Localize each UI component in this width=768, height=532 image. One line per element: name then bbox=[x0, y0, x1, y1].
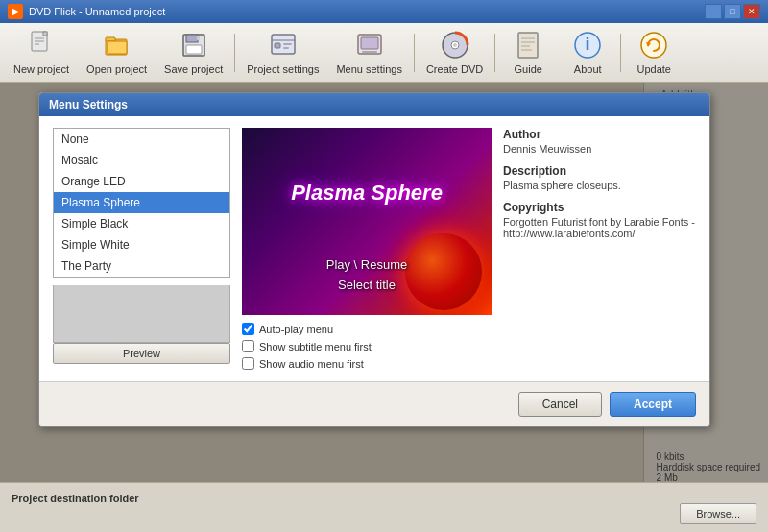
update-icon bbox=[638, 30, 669, 60]
minimize-button[interactable]: ─ bbox=[705, 4, 722, 19]
preview-checkboxes: Auto-play menu Show subtitle menu first … bbox=[242, 323, 492, 370]
svg-rect-9 bbox=[186, 35, 198, 42]
toolbar-update[interactable]: Update bbox=[625, 26, 683, 79]
preview-button[interactable]: Preview bbox=[53, 343, 230, 364]
svg-point-22 bbox=[453, 43, 457, 47]
subtitle-first-label: Show subtitle menu first bbox=[259, 341, 372, 352]
preview-title: Plasma Sphere bbox=[291, 181, 443, 206]
copyrights-value: Forgotten Futurist font by Larabie Fonts… bbox=[503, 216, 696, 239]
toolbar-create-dvd[interactable]: Create DVD bbox=[419, 26, 491, 79]
auto-play-checkbox[interactable] bbox=[242, 323, 254, 335]
new-project-label: New project bbox=[13, 63, 69, 75]
description-label: Description bbox=[503, 164, 696, 178]
menu-item-mosaic[interactable]: Mosaic bbox=[54, 150, 229, 171]
dialog-body: None Mosaic Orange LED Plasma Sphere Sim… bbox=[39, 116, 709, 381]
toolbar-save-project[interactable]: Save project bbox=[156, 26, 230, 79]
auto-play-label: Auto-play menu bbox=[259, 324, 333, 335]
toolbar-new-project[interactable]: New project bbox=[6, 26, 77, 79]
title-bar-controls: ─ □ ✕ bbox=[705, 4, 760, 19]
dialog-overlay: Menu Settings None Mosaic Orange LED Pla… bbox=[0, 83, 768, 532]
menu-settings-label: Menu settings bbox=[336, 63, 401, 75]
svg-rect-18 bbox=[361, 37, 378, 49]
description-value: Plasma sphere closeups. bbox=[503, 180, 696, 191]
subtitle-first-checkbox[interactable] bbox=[242, 340, 254, 352]
about-label: About bbox=[574, 63, 602, 75]
main-area: Add title... title... title up down t li… bbox=[0, 83, 768, 532]
title-bar: ▶ DVD Flick - Unnamed project ─ □ ✕ bbox=[0, 0, 768, 23]
browse-button[interactable]: Browse... bbox=[680, 503, 756, 524]
project-settings-icon bbox=[268, 30, 299, 60]
dialog-title-bar: Menu Settings bbox=[39, 93, 709, 116]
menu-list-empty-area bbox=[53, 285, 230, 343]
project-dest-label: Project destination folder bbox=[12, 491, 139, 504]
svg-rect-23 bbox=[518, 33, 538, 58]
accept-button[interactable]: Accept bbox=[610, 392, 696, 417]
toolbar-about[interactable]: i About bbox=[559, 26, 616, 79]
svg-rect-15 bbox=[283, 43, 292, 45]
save-project-icon bbox=[179, 30, 209, 60]
preview-menu-items: Play \ Resume Select title bbox=[326, 255, 408, 296]
maximize-button[interactable]: □ bbox=[724, 4, 741, 19]
create-dvd-label: Create DVD bbox=[426, 63, 483, 75]
list-panel: None Mosaic Orange LED Plasma Sphere Sim… bbox=[53, 128, 230, 370]
audio-first-row[interactable]: Show audio menu first bbox=[242, 357, 492, 370]
info-panel: Author Dennis Meuwissen Description Plas… bbox=[503, 128, 696, 370]
cancel-button[interactable]: Cancel bbox=[518, 392, 602, 417]
menu-item-the-party[interactable]: The Party bbox=[54, 255, 229, 277]
close-button[interactable]: ✕ bbox=[743, 4, 760, 19]
toolbar-separator-1 bbox=[234, 34, 235, 72]
dialog-footer: Cancel Accept bbox=[39, 381, 709, 426]
toolbar: New project Open project Save project bbox=[0, 23, 768, 83]
app-icon: ▶ bbox=[8, 4, 23, 19]
dialog-content: None Mosaic Orange LED Plasma Sphere Sim… bbox=[53, 128, 696, 370]
copyrights-label: Copyrights bbox=[503, 201, 696, 214]
open-project-label: Open project bbox=[86, 63, 147, 75]
open-project-icon bbox=[102, 30, 132, 60]
toolbar-menu-settings[interactable]: Menu settings bbox=[328, 26, 409, 79]
preview-menu-line-2: Select title bbox=[326, 276, 408, 296]
menu-settings-dialog: Menu Settings None Mosaic Orange LED Pla… bbox=[38, 92, 710, 427]
audio-first-label: Show audio menu first bbox=[259, 358, 364, 370]
create-dvd-icon bbox=[440, 30, 470, 60]
guide-label: Guide bbox=[515, 63, 542, 75]
new-project-icon bbox=[26, 30, 57, 60]
update-label: Update bbox=[636, 63, 670, 75]
guide-icon bbox=[513, 30, 543, 60]
toolbar-separator-4 bbox=[620, 34, 621, 72]
plasma-sphere-decoration bbox=[405, 233, 482, 310]
svg-point-30 bbox=[641, 33, 666, 58]
menu-settings-icon bbox=[354, 30, 385, 60]
menu-item-simple-black[interactable]: Simple Black bbox=[54, 213, 229, 234]
title-bar-left: ▶ DVD Flick - Unnamed project bbox=[8, 4, 165, 19]
auto-play-row[interactable]: Auto-play menu bbox=[242, 323, 492, 335]
author-label: Author bbox=[503, 128, 696, 141]
toolbar-open-project[interactable]: Open project bbox=[79, 26, 155, 79]
preview-panel: Plasma Sphere Play \ Resume Select title… bbox=[242, 128, 492, 370]
preview-image: Plasma Sphere Play \ Resume Select title bbox=[242, 128, 492, 315]
window-title: DVD Flick - Unnamed project bbox=[29, 6, 165, 17]
svg-rect-7 bbox=[108, 41, 127, 54]
menu-list: None Mosaic Orange LED Plasma Sphere Sim… bbox=[53, 128, 230, 278]
author-value: Dennis Meuwissen bbox=[503, 143, 696, 155]
svg-rect-10 bbox=[186, 45, 202, 54]
preview-menu-line-1: Play \ Resume bbox=[326, 255, 408, 276]
subtitle-first-row[interactable]: Show subtitle menu first bbox=[242, 340, 492, 352]
toolbar-project-settings[interactable]: Project settings bbox=[239, 26, 326, 79]
svg-rect-11 bbox=[197, 36, 200, 40]
menu-item-plasma-sphere[interactable]: Plasma Sphere bbox=[54, 192, 229, 213]
menu-item-orange-led[interactable]: Orange LED bbox=[54, 171, 229, 192]
svg-rect-1 bbox=[43, 32, 47, 36]
svg-rect-6 bbox=[106, 37, 115, 41]
about-icon: i bbox=[572, 30, 603, 60]
audio-first-checkbox[interactable] bbox=[242, 357, 254, 370]
project-dest-bar: Project destination folder Browse... bbox=[0, 482, 768, 532]
toolbar-guide[interactable]: Guide bbox=[499, 26, 557, 79]
toolbar-separator-3 bbox=[494, 34, 495, 72]
dialog-title: Menu Settings bbox=[49, 98, 128, 111]
menu-item-simple-white[interactable]: Simple White bbox=[54, 234, 229, 255]
save-project-label: Save project bbox=[164, 63, 223, 75]
svg-rect-14 bbox=[275, 43, 280, 48]
menu-item-none[interactable]: None bbox=[54, 129, 229, 150]
project-settings-label: Project settings bbox=[247, 63, 319, 75]
toolbar-separator-2 bbox=[414, 34, 415, 72]
